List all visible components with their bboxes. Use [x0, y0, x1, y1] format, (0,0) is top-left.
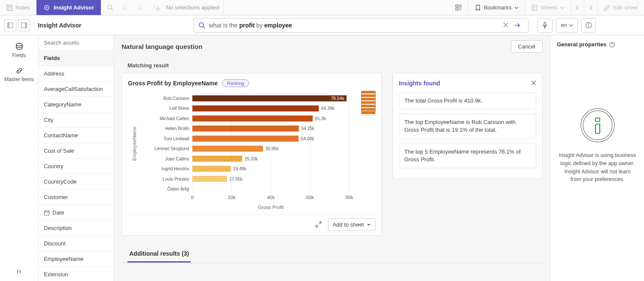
svg-text:Östen Ärlig: Östen Ärlig: [167, 187, 189, 191]
bookmarks-label: Bookmarks: [484, 4, 512, 11]
chevron-down-icon: [560, 6, 565, 10]
collapse-icon: [16, 269, 22, 275]
matching-result-label: Matching result: [128, 62, 543, 69]
next-sheet-button[interactable]: [584, 0, 597, 15]
field-item[interactable]: Customer: [39, 190, 113, 205]
svg-rect-18: [544, 22, 546, 26]
field-item[interactable]: Extension: [39, 267, 113, 281]
svg-point-2: [46, 7, 47, 8]
search-input[interactable]: what is the profit by employee: [205, 22, 501, 29]
insights-card: Insights found The total Gross Profit is…: [392, 73, 543, 179]
edit-sheet-button[interactable]: Edit sheet: [597, 0, 644, 15]
insight-advisor-tab[interactable]: Insight Advisor: [36, 0, 101, 15]
bookmarks-button[interactable]: Bookmarks: [468, 0, 525, 15]
close-insights-button[interactable]: [531, 79, 536, 87]
arrow-right-icon: [514, 22, 521, 29]
field-item[interactable]: Description: [39, 221, 113, 236]
submit-search-button[interactable]: [511, 22, 524, 29]
svg-rect-9: [459, 5, 461, 7]
svg-text:60k: 60k: [306, 195, 314, 200]
svg-rect-11: [459, 8, 461, 10]
explore-button[interactable]: [313, 218, 325, 230]
selection-forward-button[interactable]: [135, 2, 147, 14]
add-to-sheet-label: Add to sheet: [333, 221, 364, 228]
calendar-icon: [44, 210, 50, 216]
field-item[interactable]: AverageCallSatisfaction: [39, 82, 113, 97]
clear-selections-button[interactable]: [151, 2, 163, 14]
svg-text:25.33k: 25.33k: [245, 157, 258, 161]
notes-button[interactable]: Notes: [0, 0, 36, 15]
cancel-button[interactable]: Cancel: [511, 40, 543, 53]
field-item[interactable]: CategoryName: [39, 97, 113, 112]
svg-rect-52: [192, 156, 242, 162]
svg-rect-43: [192, 126, 299, 132]
nlq-search-box[interactable]: what is the profit by employee: [194, 18, 529, 33]
field-item[interactable]: CountryCode: [39, 174, 113, 190]
selection-back-button[interactable]: [120, 2, 132, 14]
help-icon[interactable]: [609, 42, 615, 48]
prev-sheet-button[interactable]: [571, 0, 584, 15]
rail-master-label: Master items: [4, 76, 34, 82]
svg-text:Gross Profit: Gross Profit: [258, 205, 284, 210]
notes-label: Notes: [15, 4, 30, 11]
insights-heading: Insights found: [399, 80, 440, 87]
info-icon: [585, 22, 592, 29]
chart-minimap[interactable]: [361, 91, 376, 115]
rail-master-items[interactable]: Master items: [0, 63, 38, 87]
field-item[interactable]: City: [39, 112, 113, 128]
field-item[interactable]: ContactName: [39, 128, 113, 143]
analysis-type-pill[interactable]: Ranking: [222, 79, 249, 87]
svg-rect-14: [8, 23, 9, 28]
svg-point-20: [588, 24, 589, 24]
svg-rect-16: [25, 23, 27, 28]
selections-tool-button[interactable]: [449, 0, 468, 15]
sheets-button[interactable]: Sheets: [525, 0, 571, 15]
field-item[interactable]: Country: [39, 159, 113, 174]
rail-fields-label: Fields: [12, 52, 26, 58]
svg-text:80k: 80k: [346, 195, 354, 200]
additional-results-tab[interactable]: Additional results (3): [128, 246, 191, 263]
sheets-label: Sheets: [541, 4, 558, 11]
svg-rect-40: [192, 115, 313, 121]
field-item[interactable]: Address: [39, 66, 113, 82]
svg-text:Michael Carlen: Michael Carlen: [160, 116, 189, 121]
search-icon: [198, 22, 205, 29]
rail-fields[interactable]: Fields: [0, 39, 38, 63]
voice-input-button[interactable]: [537, 18, 553, 33]
svg-rect-37: [192, 106, 319, 112]
no-selections-label: No selections applied: [166, 4, 219, 11]
selections-grid-icon: [455, 4, 462, 11]
insight-item[interactable]: The total Gross Profit is 410.9k.: [399, 92, 536, 109]
svg-text:17.55k: 17.55k: [229, 177, 243, 181]
left-panel-toggle[interactable]: [4, 19, 16, 31]
language-label: en: [561, 22, 567, 28]
database-icon: [15, 43, 24, 51]
link-icon: [15, 67, 23, 75]
svg-text:Ingrid Hendrix: Ingrid Hendrix: [161, 166, 189, 171]
svg-rect-3: [108, 5, 112, 9]
close-icon: [503, 22, 508, 27]
insight-item[interactable]: The top 5 EmployeeName represents 76.1% …: [399, 143, 536, 168]
collapse-rail-button[interactable]: [11, 263, 27, 281]
field-item[interactable]: Cost of Sale: [39, 143, 113, 159]
field-item[interactable]: Discount: [39, 236, 113, 251]
fields-search-input[interactable]: [39, 35, 113, 50]
field-item[interactable]: Date: [39, 205, 113, 221]
svg-rect-6: [154, 5, 158, 9]
svg-rect-34: [192, 95, 346, 101]
svg-rect-0: [7, 5, 12, 10]
right-panel-toggle[interactable]: [18, 19, 30, 31]
language-selector[interactable]: en: [556, 18, 577, 33]
svg-text:78.54k: 78.54k: [331, 96, 345, 101]
clear-search-button[interactable]: [501, 21, 511, 29]
insight-item[interactable]: The top EmployeeName is Rob Carsson with…: [399, 114, 536, 139]
svg-text:40k: 40k: [267, 195, 275, 200]
smart-search-icon-button[interactable]: [104, 2, 116, 14]
svg-point-65: [581, 109, 614, 142]
field-item[interactable]: EmployeeName: [39, 251, 113, 267]
help-button[interactable]: [581, 18, 596, 33]
bar-chart[interactable]: 020k40k60k80kRob Carsson78.54kLeif Shine…: [128, 91, 358, 211]
expand-icon: [315, 221, 322, 228]
page-title: Insight Advisor: [38, 22, 81, 29]
add-to-sheet-button[interactable]: Add to sheet: [328, 218, 376, 231]
